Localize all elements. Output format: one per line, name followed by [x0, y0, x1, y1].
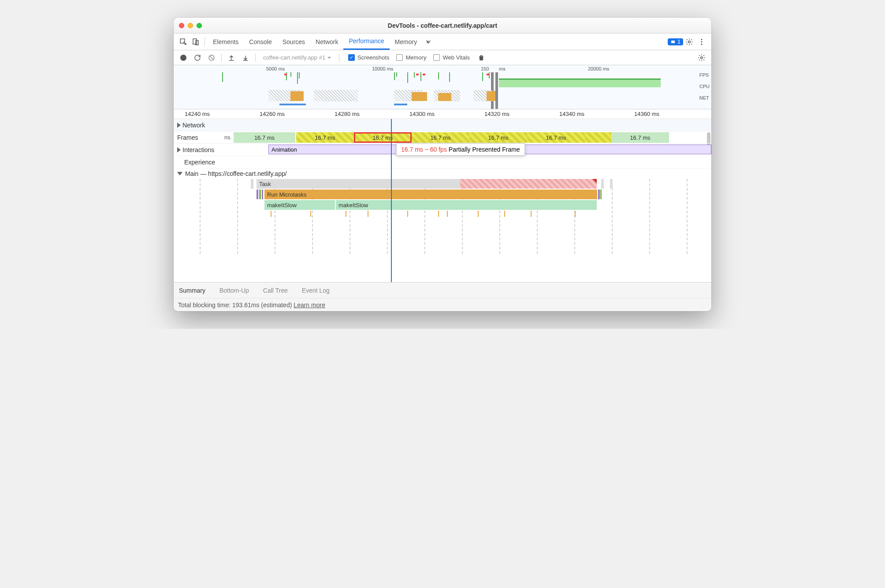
capture-settings-gear-icon[interactable]: [695, 52, 708, 64]
tab-call-tree[interactable]: Call Tree: [261, 287, 290, 294]
task-bar[interactable]: Task: [257, 179, 460, 189]
save-profile-icon[interactable]: [239, 52, 252, 64]
fn-bar-1[interactable]: makeItSlow: [264, 200, 335, 210]
device-toggle-icon[interactable]: [190, 36, 202, 48]
memory-checkbox[interactable]: Memory: [396, 54, 426, 61]
playhead-line[interactable]: [391, 119, 392, 282]
tab-elements[interactable]: Elements: [208, 33, 244, 50]
svg-point-6: [701, 41, 703, 42]
recording-selector[interactable]: coffee-cart.netlify.app #1: [259, 52, 335, 63]
inspect-element-icon[interactable]: [177, 36, 190, 48]
details-tabs: Summary Bottom-Up Call Tree Event Log: [174, 282, 711, 298]
interactions-track-header[interactable]: Interactions: [174, 146, 244, 153]
tab-event-log[interactable]: Event Log: [300, 287, 331, 294]
frames-track-header[interactable]: Frames: [174, 134, 244, 141]
window-title: DevTools - coffee-cart.netlify.app/cart: [174, 22, 711, 29]
issues-count: 1: [677, 39, 680, 45]
tab-console[interactable]: Console: [244, 33, 277, 50]
frames-track[interactable]: ns 16.7 ms 16.7 ms 16.7 ms 16.7 ms 16.7 …: [174, 131, 711, 143]
long-task-bar[interactable]: [460, 179, 597, 189]
screenshots-checkbox[interactable]: ✓ Screenshots: [348, 54, 389, 61]
more-tabs-icon[interactable]: [422, 36, 435, 48]
web-vitals-checkbox[interactable]: Web Vitals: [433, 54, 470, 61]
overview-pane[interactable]: 5000 ms 10000 ms 150 ms 20000 ms FPS CPU…: [174, 65, 711, 109]
svg-point-4: [688, 41, 691, 43]
record-button[interactable]: [177, 52, 190, 64]
experience-track-header: Experience: [174, 159, 244, 166]
devtools-window: DevTools - coffee-cart.netlify.app/cart …: [174, 18, 711, 311]
svg-point-9: [701, 56, 703, 59]
status-bar: Total blocking time: 193.61ms (estimated…: [174, 298, 711, 311]
collect-garbage-icon[interactable]: [475, 52, 487, 64]
fps-label: FPS: [699, 72, 710, 78]
tab-summary[interactable]: Summary: [177, 287, 207, 294]
frame-tooltip: 16.7 ms ~ 60 fps Partially Presented Fra…: [396, 143, 525, 156]
main-tabs: Elements Console Sources Network Perform…: [174, 33, 711, 50]
tab-network[interactable]: Network: [310, 33, 343, 50]
net-label: NET: [699, 95, 710, 100]
microtasks-bar[interactable]: Run Microtasks: [264, 190, 597, 199]
performance-toolbar: coffee-cart.netlify.app #1 ✓ Screenshots…: [174, 50, 711, 65]
svg-rect-3: [671, 41, 675, 43]
tab-bottom-up[interactable]: Bottom-Up: [218, 287, 251, 294]
flame-chart[interactable]: Task Run Microtasks makeItSlow makeItSlo…: [174, 179, 711, 254]
fn-bar-2[interactable]: makeItSlow: [336, 200, 597, 210]
svg-point-5: [701, 39, 703, 40]
blocking-time-text: Total blocking time: 193.61ms (estimated…: [178, 301, 292, 309]
tab-performance[interactable]: Performance: [343, 33, 389, 50]
reload-button[interactable]: [191, 52, 204, 64]
issues-badge[interactable]: 1: [668, 38, 683, 45]
svg-point-7: [701, 43, 703, 45]
network-track-header[interactable]: Network: [174, 122, 244, 129]
load-profile-icon[interactable]: [225, 52, 238, 64]
settings-gear-icon[interactable]: [683, 36, 695, 48]
tab-memory[interactable]: Memory: [390, 33, 423, 50]
main-track-header[interactable]: Main — https://coffee-cart.netlify.app/: [174, 168, 711, 179]
tracks-pane: Network Frames ns 16.7 ms 16.7 ms 16.7 m…: [174, 119, 711, 282]
timeline-ruler[interactable]: 14240 ms 14260 ms 14280 ms 14300 ms 1432…: [174, 109, 711, 119]
tab-sources[interactable]: Sources: [277, 33, 310, 50]
kebab-menu-icon[interactable]: [695, 36, 708, 48]
learn-more-link[interactable]: Learn more: [294, 301, 325, 309]
svg-rect-1: [193, 39, 197, 44]
clear-button[interactable]: [205, 52, 218, 64]
titlebar: DevTools - coffee-cart.netlify.app/cart: [174, 18, 711, 33]
cpu-label: CPU: [699, 84, 710, 89]
